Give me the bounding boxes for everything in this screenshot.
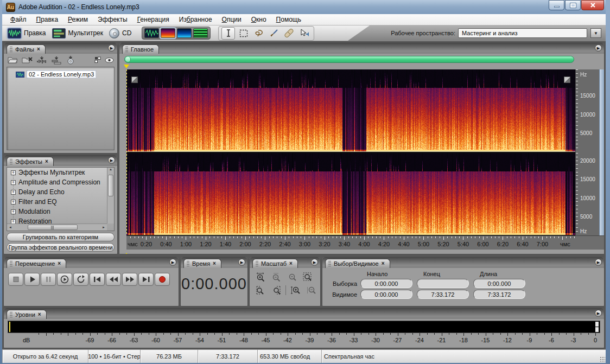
zoom-in-vertical-button[interactable]: [288, 285, 302, 296]
time-selection-tool[interactable]: [221, 27, 235, 40]
spot-healing-brush-tool[interactable]: [282, 27, 296, 40]
minimize-button[interactable]: [549, 0, 564, 10]
effects-tab[interactable]: Эффекты×: [7, 157, 54, 166]
zoom-in-horizontal-button[interactable]: [253, 272, 268, 283]
selection-begin-field[interactable]: 0:00.000: [360, 279, 412, 288]
marquee-selection-tool[interactable]: [237, 27, 250, 40]
import-into-cd-icon[interactable]: [66, 56, 75, 65]
timeline-ruler[interactable]: 0:200:401:001:201:402:002:202:403:003:20…: [126, 235, 604, 250]
selection-begin-field[interactable]: 0:00.000: [360, 290, 412, 299]
playhead-marker-strip[interactable]: [126, 65, 604, 69]
levels-tab[interactable]: Уровни×: [7, 310, 47, 319]
menu-item[interactable]: Избранное: [174, 15, 217, 24]
zoom-out-full-button[interactable]: [285, 272, 299, 283]
files-tab[interactable]: Файлы×: [7, 44, 46, 54]
effects-tree-item[interactable]: +Modulation: [7, 207, 114, 216]
spectral-pan-view-button[interactable]: [177, 28, 192, 38]
levels-panel-menu-button[interactable]: ▶: [595, 310, 602, 317]
time-tab-close-icon[interactable]: ×: [213, 261, 216, 266]
cd-view-button[interactable]: CD: [107, 27, 135, 40]
menu-item[interactable]: Опции: [217, 15, 246, 24]
menu-item[interactable]: Правка: [31, 15, 63, 24]
main-tab[interactable]: Главное: [122, 44, 159, 54]
effects-tree-item[interactable]: +Amplitude and Compression: [7, 177, 114, 187]
playhead-line[interactable]: [126, 69, 127, 235]
expand-plus-icon[interactable]: +: [11, 200, 16, 205]
effects-vertical-scrollbar[interactable]: ▲: [107, 168, 114, 223]
scroll-up-icon[interactable]: ▲: [109, 168, 112, 171]
selection-end-field[interactable]: 7:33.172: [417, 290, 469, 299]
loop-play-button[interactable]: [73, 273, 88, 286]
stop-button[interactable]: [8, 273, 23, 286]
clip-indicator-right[interactable]: [595, 327, 599, 332]
zoom-panel-menu-button[interactable]: ▶: [311, 259, 318, 266]
import-into-edit-icon[interactable]: [36, 56, 47, 65]
time-panel-menu-button[interactable]: ▶: [238, 259, 245, 266]
options-icon[interactable]: [94, 56, 101, 64]
zoom-tab-close-icon[interactable]: ×: [289, 261, 293, 266]
scrub-tool[interactable]: [297, 27, 311, 40]
close-button[interactable]: [581, 0, 604, 10]
rewind-button[interactable]: [106, 273, 121, 286]
group-by-category-button[interactable]: Групировать по категориям: [7, 233, 115, 241]
selection-end-field[interactable]: [417, 279, 469, 288]
restore-button[interactable]: [565, 0, 581, 10]
menu-item[interactable]: Режим: [63, 15, 93, 24]
waveform-view-button[interactable]: [144, 28, 159, 38]
zoom-tab[interactable]: Масштаб×: [252, 259, 298, 268]
multitrack-view-button[interactable]: Мультитрек: [50, 27, 107, 40]
effects-tab-close-icon[interactable]: ×: [45, 159, 48, 164]
zoom-out-horizontal-button[interactable]: [269, 272, 283, 283]
corner-handle-right-icon[interactable]: [564, 76, 570, 83]
selection-tab-close-icon[interactable]: ×: [382, 261, 385, 266]
close-file-icon[interactable]: [22, 56, 33, 65]
files-tab-close-icon[interactable]: ×: [37, 47, 40, 52]
level-meter[interactable]: [8, 321, 600, 333]
expand-plus-icon[interactable]: +: [11, 209, 16, 214]
zoom-selection-right-button[interactable]: [269, 285, 283, 296]
menu-item[interactable]: Генерация: [132, 15, 174, 24]
zoom-to-selection-button[interactable]: [301, 272, 315, 283]
play-from-cursor-button[interactable]: [57, 273, 72, 286]
edit-view-button[interactable]: Правка: [5, 27, 50, 40]
transport-tab-close-icon[interactable]: ×: [58, 261, 61, 266]
go-to-end-button[interactable]: [138, 273, 154, 286]
vertical-scrollbar[interactable]: [599, 69, 604, 235]
import-into-multitrack-icon[interactable]: [51, 56, 62, 65]
scroll-left-icon[interactable]: ◄: [7, 226, 14, 229]
main-panel-menu-button[interactable]: ▶: [595, 44, 602, 52]
expand-plus-icon[interactable]: +: [11, 190, 16, 195]
effects-paintbrush-tool[interactable]: [267, 27, 281, 40]
spectral-frequency-view-button[interactable]: [161, 28, 175, 38]
clip-indicator-left[interactable]: [595, 322, 599, 327]
transport-tab[interactable]: Перемещение×: [7, 259, 66, 268]
frequency-axis[interactable]: 150001000050002000015000100005000HzHz: [575, 69, 599, 235]
menu-item[interactable]: Эффекты: [93, 15, 132, 24]
lasso-selection-tool[interactable]: [252, 27, 265, 40]
fast-forward-button[interactable]: [122, 273, 137, 286]
scrollbar-thumb[interactable]: [28, 225, 78, 230]
workspace-dropdown-arrow[interactable]: ▼: [590, 28, 601, 38]
menu-item[interactable]: Файл: [5, 15, 31, 24]
workspace-select[interactable]: Мастеринг и анализ: [458, 28, 587, 38]
open-file-icon[interactable]: [7, 56, 18, 65]
pause-button[interactable]: [41, 273, 56, 286]
effects-panel-menu-button[interactable]: ▶: [108, 157, 115, 164]
effects-horizontal-scrollbar[interactable]: ◄ ►: [7, 223, 107, 231]
record-button[interactable]: [155, 273, 170, 286]
transport-panel-menu-button[interactable]: ▶: [169, 259, 176, 266]
time-tab[interactable]: Время×: [183, 259, 221, 268]
spectrogram-canvas[interactable]: [126, 69, 575, 235]
expand-plus-icon[interactable]: +: [11, 180, 16, 185]
scrollbar-thumb[interactable]: [108, 175, 113, 196]
playhead-marker-bottom-icon[interactable]: [124, 250, 129, 254]
show-hide-eye-icon[interactable]: [105, 57, 114, 63]
selection-length-field[interactable]: 0:00.000: [473, 279, 525, 288]
go-to-beginning-button[interactable]: [90, 273, 105, 286]
zoom-out-vertical-button[interactable]: [304, 285, 318, 296]
horizontal-range-scrollbar[interactable]: [124, 56, 574, 63]
realtime-effects-group-button[interactable]: Группа эффектов реального времени: [7, 243, 115, 252]
selection-tab[interactable]: Выбор/Видимое×: [325, 259, 390, 268]
spectral-phase-view-button[interactable]: [193, 28, 208, 38]
effects-tree-item[interactable]: +Filter and EQ: [7, 197, 114, 207]
